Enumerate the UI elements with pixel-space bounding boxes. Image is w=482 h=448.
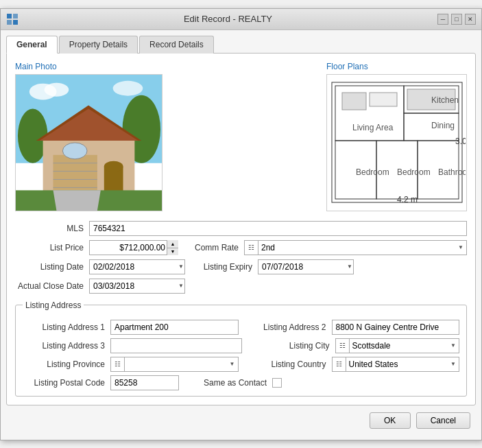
mls-input[interactable] bbox=[89, 221, 467, 236]
country-doc-icon: ☷ bbox=[333, 357, 346, 371]
comm-rate-label: Comm Rate bbox=[184, 243, 239, 252]
svg-point-7 bbox=[113, 80, 143, 95]
province-doc-icon: ☷ bbox=[111, 357, 125, 371]
minimize-button[interactable]: ─ bbox=[437, 14, 448, 25]
postal-row: Listing Postal Code Same as Contact bbox=[23, 375, 459, 390]
list-price-input[interactable] bbox=[89, 240, 178, 255]
spin-up-button[interactable]: ▲ bbox=[167, 240, 178, 248]
listing-address-fieldset: Listing Address Listing Address 1 Listin… bbox=[15, 300, 467, 397]
footer-buttons: OK Cancel bbox=[6, 405, 476, 434]
province-label: Listing Province bbox=[23, 359, 105, 369]
app-icon bbox=[6, 13, 19, 25]
svg-point-18 bbox=[62, 143, 87, 159]
province-select[interactable]: Arizona California bbox=[125, 357, 227, 371]
svg-text:3.0 m: 3.0 m bbox=[455, 137, 466, 146]
province-arrow-icon: ▼ bbox=[227, 361, 238, 367]
spin-down-button[interactable]: ▼ bbox=[167, 248, 178, 255]
mls-row: MLS bbox=[15, 221, 467, 236]
svg-text:Dining: Dining bbox=[431, 121, 455, 130]
province-field[interactable]: ☷ Arizona California ▼ bbox=[110, 357, 239, 372]
comm-rate-select[interactable]: 2nd 1st 3rd bbox=[258, 241, 455, 255]
main-photo-section: Main Photo bbox=[15, 62, 162, 211]
list-price-label: List Price bbox=[15, 243, 84, 252]
svg-text:Living Area: Living Area bbox=[352, 123, 394, 132]
address-grid: Listing Address 1 Listing Address 2 List… bbox=[23, 320, 459, 390]
addr1-input[interactable] bbox=[110, 320, 239, 335]
city-doc-icon: ☷ bbox=[336, 339, 350, 353]
country-label: Listing Country bbox=[244, 359, 326, 369]
photos-row: Main Photo bbox=[15, 62, 467, 211]
floor-plan-container[interactable]: Living Area Kitchen Dining Bedroom Bedro… bbox=[326, 74, 467, 211]
actual-close-label: Actual Close Date bbox=[15, 281, 84, 291]
listing-date-wrapper: ▼ bbox=[89, 259, 185, 274]
title-bar: Edit Record - REALTY ─ □ ✕ bbox=[1, 9, 481, 30]
same-contact-checkbox[interactable] bbox=[272, 378, 282, 388]
city-select[interactable]: Scottsdale Phoenix Tempe bbox=[350, 339, 448, 353]
floor-plan-label[interactable]: Floor Plans bbox=[326, 62, 368, 71]
main-window: Edit Record - REALTY ─ □ ✕ General Prope… bbox=[0, 8, 482, 440]
listing-date-label: Listing Date bbox=[15, 262, 84, 272]
close-date-row: Actual Close Date ▼ bbox=[15, 279, 467, 294]
province-country-row: Listing Province ☷ Arizona California ▼ bbox=[23, 357, 459, 372]
svg-text:Bedroom: Bedroom bbox=[356, 167, 389, 177]
postal-input[interactable] bbox=[110, 375, 179, 390]
svg-rect-2 bbox=[7, 20, 12, 25]
price-comm-row: List Price ▲ ▼ Comm Rate ☷ 2nd 1st bbox=[15, 240, 467, 255]
maximize-button[interactable]: □ bbox=[451, 14, 462, 25]
addr1-label: Listing Address 1 bbox=[23, 322, 105, 332]
tab-record-details[interactable]: Record Details bbox=[139, 36, 214, 54]
house-image bbox=[16, 74, 162, 211]
svg-text:Bathroom: Bathroom bbox=[438, 167, 466, 177]
listing-expiry-label: Listing Expiry bbox=[191, 262, 252, 272]
window-title: Edit Record - REALTY bbox=[19, 14, 437, 24]
country-field[interactable]: ☷ United States Canada Mexico ▼ bbox=[332, 357, 460, 372]
actual-close-input[interactable] bbox=[89, 279, 185, 294]
country-select[interactable]: United States Canada Mexico bbox=[346, 357, 448, 371]
city-label: Listing City bbox=[248, 341, 330, 351]
country-arrow-icon: ▼ bbox=[448, 361, 459, 367]
svg-text:Bedroom: Bedroom bbox=[397, 167, 431, 177]
addr3-label: Listing Address 3 bbox=[23, 341, 105, 351]
main-panel: Main Photo bbox=[6, 53, 476, 405]
svg-rect-30 bbox=[342, 93, 366, 110]
addr2-input[interactable] bbox=[332, 320, 460, 335]
actual-close-wrapper: ▼ bbox=[89, 279, 185, 294]
window-controls: ─ □ ✕ bbox=[437, 14, 476, 25]
tab-bar: General Property Details Record Details bbox=[6, 36, 476, 54]
title-bar-left bbox=[6, 13, 19, 25]
main-photo-container[interactable] bbox=[15, 74, 162, 211]
svg-rect-1 bbox=[13, 14, 18, 19]
main-photo-label[interactable]: Main Photo bbox=[15, 62, 57, 71]
addr1-row: Listing Address 1 Listing Address 2 bbox=[23, 320, 459, 335]
city-field[interactable]: ☷ Scottsdale Phoenix Tempe ▼ bbox=[335, 338, 460, 353]
city-arrow-icon: ▼ bbox=[448, 342, 459, 349]
floor-plan-section: Floor Plans bbox=[326, 62, 467, 211]
tab-property-details[interactable]: Property Details bbox=[59, 36, 138, 54]
svg-rect-31 bbox=[370, 93, 397, 106]
comm-rate-field[interactable]: ☷ 2nd 1st 3rd ▼ bbox=[244, 240, 467, 255]
postal-label: Listing Postal Code bbox=[23, 378, 105, 388]
mls-label: MLS bbox=[15, 224, 84, 233]
addr2-label: Listing Address 2 bbox=[244, 322, 326, 332]
svg-rect-3 bbox=[13, 20, 18, 25]
tab-general[interactable]: General bbox=[6, 36, 58, 54]
listing-expiry-wrapper: ▼ bbox=[258, 259, 354, 274]
ok-button[interactable]: OK bbox=[370, 412, 411, 429]
address-section-label: Listing Address bbox=[23, 300, 84, 310]
svg-text:4.2 m: 4.2 m bbox=[397, 195, 418, 204]
same-contact-label: Same as Contact bbox=[184, 378, 267, 388]
comm-doc-icon: ☷ bbox=[245, 241, 258, 255]
listing-date-input[interactable] bbox=[89, 259, 185, 274]
spin-buttons: ▲ ▼ bbox=[167, 240, 178, 255]
dates-row: Listing Date ▼ Listing Expiry ▼ bbox=[15, 259, 467, 274]
close-button[interactable]: ✕ bbox=[465, 14, 476, 25]
comm-rate-arrow-icon: ▼ bbox=[455, 244, 466, 250]
cancel-button[interactable]: Cancel bbox=[416, 412, 470, 429]
list-price-spinner: ▲ ▼ bbox=[89, 240, 178, 255]
addr3-row: Listing Address 3 Listing City ☷ Scottsd… bbox=[23, 338, 459, 353]
svg-marker-22 bbox=[53, 190, 100, 211]
listing-expiry-input[interactable] bbox=[258, 259, 354, 274]
svg-text:Kitchen: Kitchen bbox=[431, 95, 459, 105]
title-center: Edit Record - REALTY bbox=[19, 14, 437, 24]
addr3-input[interactable] bbox=[110, 338, 242, 353]
